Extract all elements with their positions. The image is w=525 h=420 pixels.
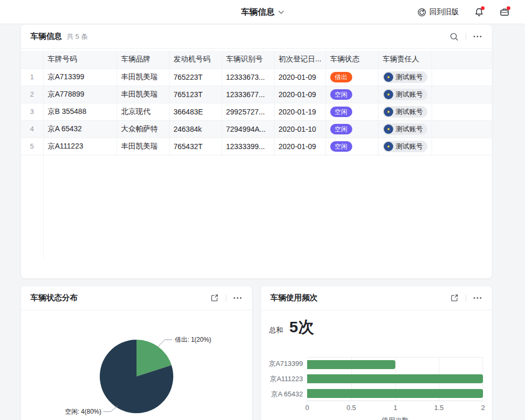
cell-brand[interactable]: 丰田凯美瑞 [117, 138, 169, 155]
header-vin[interactable]: 车辆识别号 [222, 51, 274, 68]
more-actions-button[interactable] [471, 294, 484, 302]
bar-series-item[interactable] [307, 389, 483, 398]
notifications-button[interactable] [473, 6, 485, 18]
open-chart-button[interactable] [448, 292, 460, 304]
header-index [21, 51, 43, 68]
owner-chip[interactable]: 测试账号 [383, 141, 427, 152]
top-bar: 车辆信息 回到旧版 [0, 0, 525, 24]
owner-name: 测试账号 [396, 124, 423, 134]
workbench-button[interactable] [499, 6, 510, 18]
row-index: 3 [21, 103, 43, 120]
cell-owner[interactable]: 测试账号 [378, 138, 432, 155]
table-row[interactable]: 5 京A111223 丰田凯美瑞 765432T 12333399... 202… [21, 138, 492, 155]
page-title: 车辆信息 [241, 7, 275, 18]
status-distribution-card: 车辆状态分布 借出: 1(20%) 空闲: 4(80%) [21, 286, 252, 420]
index-column-divider [43, 155, 44, 258]
bar-series-item[interactable] [307, 360, 395, 369]
status-badge[interactable]: 借出 [330, 72, 352, 82]
cell-engine[interactable]: 765432T [169, 138, 222, 155]
status-badge[interactable]: 空闲 [330, 89, 352, 100]
cell-plate[interactable]: 京B 355488 [43, 103, 117, 120]
divider [226, 295, 226, 302]
table-header-row: 车牌号码 车辆品牌 发动机号码 车辆识别号 初次登记日... 车辆状态 车辆责任… [21, 51, 492, 68]
cell-reg-date[interactable]: 2020-01-10 [274, 120, 326, 138]
search-button[interactable] [448, 30, 460, 43]
owner-name: 测试账号 [396, 90, 423, 99]
back-to-old-button[interactable]: 回到旧版 [417, 7, 459, 17]
cell-plate[interactable]: 京A 65432 [43, 120, 117, 138]
x-tick: 1.5 [434, 404, 444, 412]
more-actions-button[interactable] [232, 294, 244, 302]
pie-chart[interactable]: 借出: 1(20%) 空闲: 4(80%) [21, 310, 252, 420]
pie-label-lent: 借出: 1(20%) [175, 336, 211, 343]
status-badge[interactable]: 空闲 [330, 107, 352, 117]
cell-vin[interactable]: 29925727... [222, 103, 274, 120]
cell-engine[interactable]: 246384k [169, 120, 222, 138]
open-external-icon [210, 293, 219, 302]
cell-owner[interactable]: 测试账号 [378, 120, 432, 138]
header-engine[interactable]: 发动机号码 [169, 51, 222, 68]
more-actions-button[interactable] [471, 33, 484, 40]
cell-status[interactable]: 空闲 [326, 86, 378, 103]
total-summary: 总和 5次 [269, 317, 314, 338]
cell-owner[interactable]: 测试账号 [378, 86, 432, 103]
cell-plate[interactable]: 京A778899 [43, 86, 117, 103]
status-badge[interactable]: 空闲 [330, 141, 352, 152]
owner-chip[interactable]: 测试账号 [383, 71, 427, 83]
table-card-header: 车辆信息 共 5 条 [21, 25, 492, 49]
open-chart-button[interactable] [208, 292, 220, 304]
owner-chip[interactable]: 测试账号 [383, 123, 427, 135]
cell-vin[interactable]: 7294994A... [222, 120, 274, 138]
header-owner[interactable]: 车辆责任人 [378, 51, 432, 68]
header-reg-date[interactable]: 初次登记日... [274, 51, 326, 68]
status-badge[interactable]: 空闲 [330, 124, 352, 134]
cell-engine[interactable]: 765123T [169, 86, 222, 103]
header-status[interactable]: 车辆状态 [326, 51, 378, 68]
pie-card-title: 车辆状态分布 [30, 293, 78, 303]
cell-engine[interactable]: 765223T [169, 68, 222, 86]
header-empty [432, 51, 492, 68]
table-row[interactable]: 4 京A 65432 大众帕萨特 246384k 7294994A... 202… [21, 120, 492, 138]
cell-empty [432, 68, 492, 86]
cell-plate[interactable]: 京A111223 [43, 138, 117, 155]
table-row[interactable]: 1 京A713399 丰田凯美瑞 765223T 12333673... 202… [21, 68, 492, 86]
cell-reg-date[interactable]: 2020-01-09 [274, 138, 326, 155]
bar-category-label: 京A713399 [261, 359, 303, 369]
cell-vin[interactable]: 12333399... [222, 138, 274, 155]
cell-status[interactable]: 借出 [326, 68, 378, 86]
cell-brand[interactable]: 丰田凯美瑞 [117, 68, 169, 86]
table-row[interactable]: 2 京A778899 丰田凯美瑞 765123T 12333677... 202… [21, 86, 492, 103]
revert-icon [417, 8, 426, 17]
bar-category-label: 京A111223 [261, 374, 303, 384]
search-icon [449, 32, 459, 41]
cell-reg-date[interactable]: 2020-01-09 [274, 68, 326, 86]
bar-series-item[interactable] [307, 374, 483, 383]
pie-leader-line [157, 340, 172, 348]
x-tick: 0.5 [346, 404, 356, 412]
owner-chip[interactable]: 测试账号 [383, 106, 427, 118]
cell-brand[interactable]: 北京现代 [117, 103, 169, 120]
header-brand[interactable]: 车辆品牌 [117, 51, 169, 68]
cell-status[interactable]: 空闲 [326, 120, 378, 138]
header-plate[interactable]: 车牌号码 [43, 51, 117, 68]
workbench-badge [507, 6, 510, 10]
cell-owner[interactable]: 测试账号 [378, 68, 432, 86]
cell-reg-date[interactable]: 2020-01-09 [274, 86, 326, 103]
cell-plate[interactable]: 京A713399 [43, 68, 117, 86]
table-row[interactable]: 3 京B 355488 北京现代 366483E 29925727... 202… [21, 103, 492, 120]
bar-card-title: 车辆使用频次 [270, 293, 318, 303]
row-index: 1 [21, 68, 43, 86]
usage-frequency-card: 车辆使用频次 总和 5次 京A713399 京A111223 京A 65432 [261, 286, 492, 420]
owner-chip[interactable]: 测试账号 [383, 89, 427, 100]
cell-engine[interactable]: 366483E [169, 103, 222, 120]
cell-status[interactable]: 空闲 [326, 138, 378, 155]
cell-status[interactable]: 空闲 [326, 103, 378, 120]
cell-owner[interactable]: 测试账号 [378, 103, 432, 120]
row-index: 2 [21, 86, 43, 103]
cell-vin[interactable]: 12333673... [222, 68, 274, 86]
cell-reg-date[interactable]: 2020-01-19 [274, 103, 326, 120]
cell-brand[interactable]: 大众帕萨特 [117, 120, 169, 138]
cell-brand[interactable]: 丰田凯美瑞 [117, 86, 169, 103]
cell-vin[interactable]: 12333677... [222, 86, 274, 103]
owner-name: 测试账号 [396, 142, 423, 151]
